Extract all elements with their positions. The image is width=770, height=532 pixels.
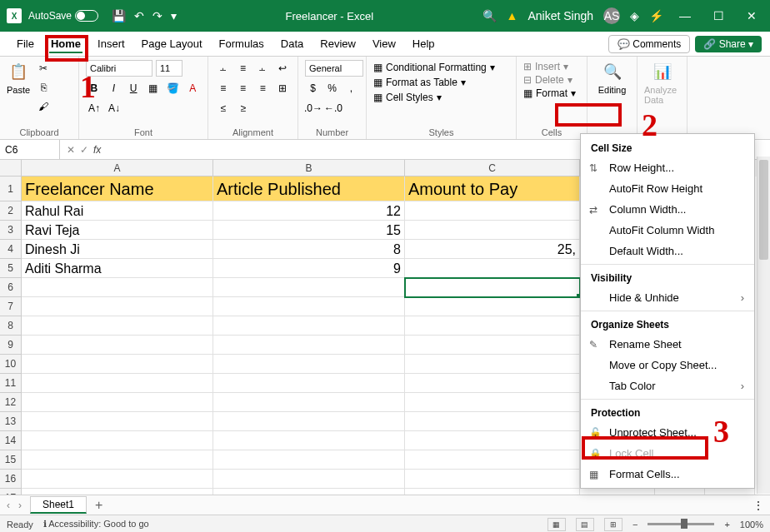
cell[interactable]	[405, 355, 580, 374]
format-as-table-button[interactable]: ▦ Format as Table ▾	[373, 75, 509, 90]
row-head[interactable]: 5	[0, 259, 22, 278]
row-head[interactable]: 9	[0, 336, 22, 355]
cell[interactable]	[213, 393, 405, 412]
menu-autofit-col[interactable]: AutoFit Column Width	[581, 220, 754, 241]
indent-right-icon[interactable]: ≥	[235, 100, 252, 117]
cell[interactable]	[22, 297, 213, 316]
cell[interactable]	[405, 431, 580, 450]
row-head[interactable]: 2	[0, 201, 22, 221]
align-top-icon[interactable]: ⫠	[215, 60, 232, 77]
qat-dropdown-icon[interactable]: ▾	[171, 9, 177, 22]
row-head[interactable]: 6	[0, 278, 22, 297]
percent-icon[interactable]: %	[324, 80, 340, 97]
cells-format-button[interactable]: ▦ Format ▾	[523, 87, 580, 100]
cell[interactable]	[213, 489, 405, 495]
page-layout-view-button[interactable]: ▤	[576, 518, 594, 531]
font-name-dropdown[interactable]: Calibri	[86, 60, 152, 77]
cell[interactable]	[405, 336, 580, 355]
cell[interactable]: 15	[213, 221, 405, 240]
search-icon[interactable]: 🔍	[482, 9, 497, 22]
align-center-icon[interactable]: ≡	[235, 80, 252, 97]
cancel-formula-icon[interactable]: ✕	[67, 144, 75, 156]
comments-button[interactable]: 💬 Comments	[608, 35, 690, 53]
cell[interactable]	[405, 450, 580, 470]
col-head-b[interactable]: B	[213, 160, 405, 177]
autosave-toggle[interactable]: AutoSave	[28, 10, 98, 22]
cell[interactable]: 25,	[405, 240, 580, 259]
row-head[interactable]: 1	[0, 177, 22, 201]
copy-icon[interactable]: ⎘	[35, 79, 52, 96]
cell[interactable]	[22, 336, 213, 355]
redo-icon[interactable]: ↷	[152, 9, 162, 22]
cells-insert-button[interactable]: ⊞ Insert ▾	[523, 60, 580, 73]
editing-button[interactable]: 🔍 Editing	[594, 60, 630, 95]
tab-review[interactable]: Review	[312, 34, 364, 53]
cell[interactable]	[405, 412, 580, 431]
maximize-button[interactable]: ☐	[707, 9, 730, 22]
cell[interactable]	[405, 201, 580, 221]
cell-styles-button[interactable]: ▦ Cell Styles ▾	[373, 90, 509, 105]
tab-help[interactable]: Help	[404, 34, 443, 53]
ribbon-mode-icon[interactable]: ⚡	[649, 9, 663, 22]
cell[interactable]	[405, 374, 580, 393]
selected-cell[interactable]	[405, 278, 580, 297]
border-button[interactable]: ▦	[145, 80, 162, 97]
row-head[interactable]: 15	[0, 450, 22, 470]
cell[interactable]	[213, 470, 405, 489]
col-head-a[interactable]: A	[22, 160, 213, 177]
cell[interactable]	[213, 316, 405, 336]
fill-color-button[interactable]: 🪣	[165, 80, 182, 97]
diamond-icon[interactable]: ◈	[630, 9, 639, 22]
row-head[interactable]: 4	[0, 240, 22, 259]
cell[interactable]	[213, 374, 405, 393]
cell[interactable]: Freelancer Name	[22, 177, 213, 201]
vertical-scrollbar[interactable]	[757, 157, 770, 494]
tab-insert[interactable]: Insert	[89, 34, 133, 53]
sheet-tab[interactable]: Sheet1	[30, 496, 87, 514]
cell[interactable]	[22, 316, 213, 336]
cell[interactable]	[22, 393, 213, 412]
col-head-c[interactable]: C	[405, 160, 580, 177]
tab-home[interactable]: Home	[42, 34, 89, 53]
conditional-formatting-button[interactable]: ▦ Conditional Formatting ▾	[373, 60, 509, 75]
row-head[interactable]: 17	[0, 489, 22, 495]
zoom-in-button[interactable]: +	[724, 520, 729, 530]
normal-view-button[interactable]: ▦	[548, 518, 566, 531]
cell[interactable]	[22, 450, 213, 470]
cell[interactable]	[405, 297, 580, 316]
cell[interactable]: Dinesh Ji	[22, 240, 213, 259]
accessibility-status[interactable]: ℹ Accessibility: Good to go	[43, 519, 149, 530]
cell[interactable]: Ravi Teja	[22, 221, 213, 240]
cell[interactable]	[655, 489, 705, 495]
cell[interactable]	[22, 470, 213, 489]
underline-button[interactable]: U	[125, 80, 142, 97]
cell[interactable]: 8	[213, 240, 405, 259]
row-head[interactable]: 12	[0, 393, 22, 412]
bold-button[interactable]: B	[86, 80, 102, 97]
menu-move-copy-sheet[interactable]: Move or Copy Sheet...	[581, 355, 754, 375]
paste-button[interactable]: 📋 Paste	[7, 60, 30, 95]
cell[interactable]	[705, 489, 755, 495]
cell[interactable]	[405, 259, 580, 278]
cell[interactable]	[405, 316, 580, 336]
row-head[interactable]: 7	[0, 297, 22, 316]
decrease-decimal-icon[interactable]: ←.0	[325, 100, 342, 117]
cell[interactable]	[213, 412, 405, 431]
cell[interactable]	[22, 489, 213, 495]
cell[interactable]: Aditi Sharma	[22, 259, 213, 278]
align-left-icon[interactable]: ≡	[215, 80, 232, 97]
wrap-text-icon[interactable]: ↩	[274, 60, 291, 77]
cell[interactable]	[405, 470, 580, 489]
row-head[interactable]: 13	[0, 412, 22, 431]
share-button[interactable]: 🔗 Share ▾	[695, 36, 762, 52]
sheet-split-icon[interactable]: ⋮	[753, 500, 763, 511]
row-head[interactable]: 3	[0, 221, 22, 240]
currency-icon[interactable]: $	[305, 80, 321, 97]
align-middle-icon[interactable]: ≡	[235, 60, 252, 77]
cell[interactable]: Article Published	[213, 177, 405, 201]
menu-row-height[interactable]: ⇅Row Height...	[581, 157, 754, 178]
minimize-button[interactable]: —	[673, 9, 697, 22]
font-color-button[interactable]: A	[184, 80, 201, 97]
cell[interactable]	[213, 355, 405, 374]
align-right-icon[interactable]: ≡	[255, 80, 272, 97]
